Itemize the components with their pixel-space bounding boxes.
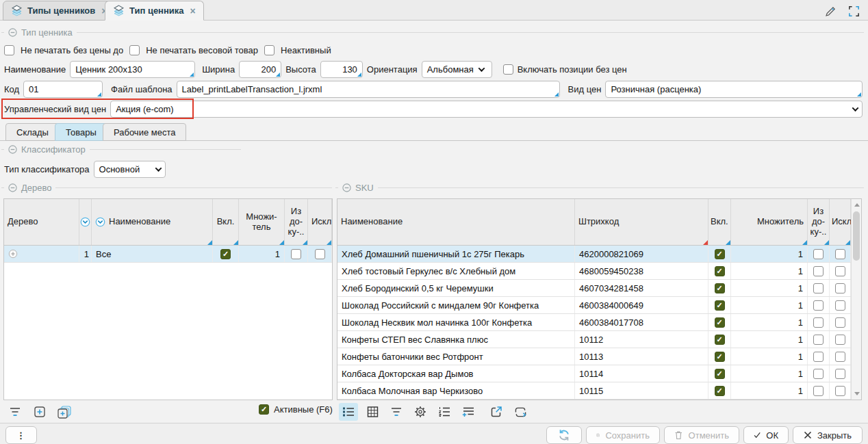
edit-button[interactable] [823,3,838,18]
tree-col-filter[interactable] [79,199,92,245]
orientation-select[interactable]: Альбомная [422,61,492,78]
excluded-checkbox[interactable] [835,386,845,396]
excluded-checkbox[interactable] [835,249,845,259]
width-field[interactable]: 200 [239,61,281,78]
price-kind-field[interactable]: Розничная (расценка) [605,81,863,98]
excluded-checkbox[interactable] [835,317,845,328]
name-field[interactable]: Ценник 200x130 [70,61,195,78]
included-checkbox[interactable] [715,249,725,259]
sku-col-from-doc[interactable]: Из до-ку-.. [808,199,830,245]
expand-plus-icon[interactable] [8,249,18,259]
numbered-list-button[interactable] [435,403,454,421]
template-field[interactable]: Label_printLabelTransaction_l.jrxml [177,81,560,98]
collapse-icon[interactable] [342,183,351,192]
included-checkbox[interactable] [715,369,725,379]
from-doc-checkbox[interactable] [291,249,301,259]
table-row[interactable]: Конфеты СТЕП вес Славянка плюс 10112 1 [337,331,851,348]
tab-workplaces[interactable]: Рабочие места [103,123,186,141]
from-doc-checkbox[interactable] [813,335,824,345]
from-doc-checkbox[interactable] [813,266,824,276]
inactive-checkbox[interactable] [264,45,275,55]
from-doc-checkbox[interactable] [813,283,824,293]
tree-col-excluded[interactable]: Искл [308,199,332,245]
included-checkbox[interactable] [715,386,725,396]
from-doc-checkbox[interactable] [813,369,824,379]
included-checkbox[interactable] [715,335,725,345]
tree-col-multiplier[interactable]: Множи-тель [239,199,285,245]
tree-col-name[interactable]: Наименование [92,199,213,245]
table-row[interactable]: Хлеб Домашний пшеничный 1с 275г Пекарь 4… [337,246,851,263]
settings-button[interactable] [411,403,430,421]
vertical-scrollbar[interactable] [851,199,861,400]
included-checkbox[interactable] [715,283,725,293]
excluded-checkbox[interactable] [835,300,845,311]
scroll-up-icon[interactable] [854,203,860,207]
grid-view-button[interactable] [363,403,382,421]
no-price-checkbox[interactable] [4,45,14,55]
sku-col-multiplier[interactable]: Множитель [731,199,808,245]
table-row[interactable]: Шоколад Несквик мол начинка 100г Конфетк… [337,314,851,331]
no-weight-checkbox[interactable] [129,45,140,55]
tab-warehouses[interactable]: Склады [5,123,60,141]
fullscreen-button[interactable] [846,3,861,18]
sku-col-name[interactable]: Наименование [337,199,575,245]
open-external-button[interactable] [487,403,506,421]
collapse-icon[interactable] [8,28,17,37]
sku-col-barcode[interactable]: Штрихкод [575,199,709,245]
filter-button[interactable] [387,403,406,421]
tree-col-tree[interactable]: Дерево [4,199,79,245]
list-view-button[interactable] [339,403,358,421]
excluded-checkbox[interactable] [315,249,325,259]
tab-price-tag[interactable]: Тип ценника × [105,1,204,21]
scrollbar-thumb[interactable] [853,211,860,261]
reload-loop-button[interactable] [511,403,530,421]
add-item-button[interactable] [30,403,49,421]
include-no-price-checkbox[interactable] [503,64,513,75]
from-doc-checkbox[interactable] [813,352,824,362]
active-filter-checkbox[interactable] [259,404,269,415]
tree-col-included[interactable]: Вкл. [213,199,239,245]
table-row[interactable]: Хлеб тостовый Геркулес в/с Хлебный дом 4… [337,263,851,280]
tree-row[interactable]: 1 Все 1 [4,246,332,263]
from-doc-checkbox[interactable] [813,317,824,328]
close-button[interactable]: Закрыть [793,426,863,444]
excluded-checkbox[interactable] [835,283,845,293]
from-doc-checkbox[interactable] [813,386,824,396]
ok-button[interactable]: ОК [743,426,789,444]
collapse-icon[interactable] [8,145,17,154]
tab-close-icon[interactable]: × [190,5,196,16]
excluded-checkbox[interactable] [835,352,845,362]
table-row[interactable]: Колбаса Молочная вар Черкизово 10115 1 [337,382,851,400]
included-checkbox[interactable] [220,249,231,259]
scroll-down-icon[interactable] [854,392,860,395]
add-to-list-button[interactable] [459,403,478,421]
collapse-icon[interactable] [8,183,17,192]
mgmt-price-select[interactable]: Акция (e-com) [110,101,863,118]
height-field[interactable]: 130 [320,61,363,78]
add-multiple-button[interactable] [55,403,74,421]
table-row[interactable]: Хлеб Бородинский 0,5 кг Черемушки 460703… [337,280,851,297]
code-field[interactable]: 01 [23,81,103,98]
refresh-button[interactable] [546,426,582,444]
sku-col-excluded[interactable]: Искл [830,199,851,245]
sku-col-included[interactable]: Вкл. [709,199,731,245]
excluded-checkbox[interactable] [835,335,845,345]
excluded-checkbox[interactable] [835,369,845,379]
from-doc-checkbox[interactable] [813,249,824,259]
included-checkbox[interactable] [715,300,725,311]
save-button[interactable]: Сохранить [586,426,660,444]
filter-button[interactable] [5,403,25,421]
tree-col-from-doc[interactable]: Из до-ку-.. [285,199,308,245]
table-row[interactable]: Конфеты батончики вес Ротфронт 10113 1 [337,348,851,365]
tab-price-tag-types[interactable]: Типы ценников × [3,1,115,21]
included-checkbox[interactable] [715,317,725,328]
included-checkbox[interactable] [715,266,725,276]
excluded-checkbox[interactable] [835,266,845,276]
table-row[interactable]: Шоколад Российский с миндалем 90г Конфет… [337,297,851,314]
tab-goods[interactable]: Товары [55,123,107,141]
cancel-button[interactable]: Отменить [664,426,739,444]
included-checkbox[interactable] [715,352,725,362]
table-row[interactable]: Колбаса Докторская вар Дымов 10114 1 [337,365,851,382]
classifier-type-select[interactable]: Основной [94,161,166,178]
menu-button[interactable]: ⋮ [5,426,37,444]
